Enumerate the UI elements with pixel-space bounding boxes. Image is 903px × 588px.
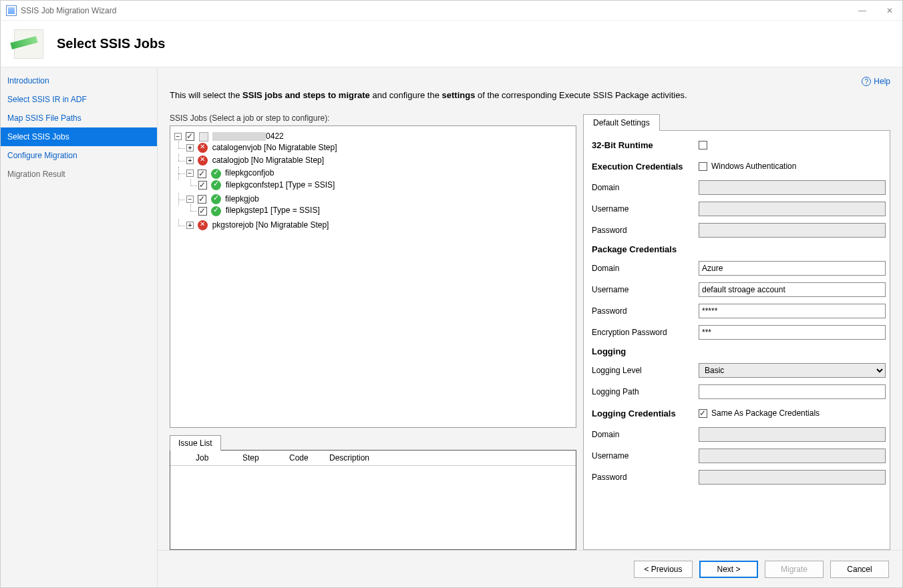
- root-suffix: 0422: [266, 131, 284, 141]
- job-checkbox[interactable]: [198, 170, 206, 178]
- wizard-window: SSIS Job Migration Wizard — ✕ Select SSI…: [0, 0, 903, 588]
- issue-header-row: Job Step Code Description: [170, 451, 576, 466]
- minimize-button[interactable]: —: [854, 5, 870, 17]
- cancel-button[interactable]: Cancel: [830, 561, 889, 578]
- help-link[interactable]: ? Help: [170, 77, 890, 86]
- exec-password-input[interactable]: [699, 223, 886, 238]
- exec-domain-input[interactable]: [699, 180, 886, 195]
- sidebar-item-select-jobs[interactable]: Select SSIS Jobs: [1, 127, 157, 146]
- plus-expander-icon[interactable]: +: [186, 157, 194, 164]
- log-path-label: Logging Path: [592, 387, 699, 396]
- log-level-label: Logging Level: [592, 366, 699, 375]
- wizard-step-icon: [14, 29, 43, 59]
- runtime-checkbox[interactable]: [699, 141, 707, 150]
- settings-column: Default Settings 32-Bit Runtime Executio…: [583, 113, 890, 550]
- server-icon: [199, 132, 208, 141]
- window-title: SSIS Job Migration Wizard: [21, 6, 116, 15]
- help-label: Help: [874, 77, 890, 86]
- logcred-domain-input[interactable]: [699, 427, 886, 442]
- pkg-domain-input[interactable]: [699, 261, 886, 276]
- exec-credentials-header: Execution Credentials: [592, 162, 699, 172]
- logcred-domain-label: Domain: [592, 430, 699, 439]
- logging-header: Logging: [592, 346, 886, 356]
- previous-button[interactable]: < Previous: [634, 561, 693, 578]
- log-path-input[interactable]: [699, 384, 886, 399]
- job-checkbox[interactable]: [198, 195, 206, 204]
- tree-root[interactable]: − 0422 + catalogenvjob [No Migratable: [174, 130, 572, 233]
- windows-auth-checkbox[interactable]: [699, 162, 707, 171]
- jobs-tree[interactable]: − 0422 + catalogenvjob [No Migratable: [170, 125, 576, 428]
- runtime-label: 32-Bit Runtime: [592, 140, 699, 150]
- col-code: Code: [284, 453, 324, 463]
- error-icon: [198, 156, 208, 166]
- pkg-credentials-header: Package Credentials: [592, 244, 886, 254]
- pkg-password-input[interactable]: [699, 304, 886, 318]
- root-checkbox[interactable]: [186, 132, 194, 141]
- col-description: Description: [324, 453, 375, 463]
- col-step: Step: [237, 453, 284, 463]
- ok-icon: [211, 169, 221, 179]
- job-label: pkgstorejob [No Migratable Step]: [212, 220, 329, 230]
- tree-job[interactable]: + pkgstorejob [No Migratable Step]: [186, 219, 572, 232]
- issue-list[interactable]: Job Step Code Description: [170, 450, 576, 550]
- tree-job[interactable]: − filepkgjob: [186, 193, 572, 219]
- plus-expander-icon[interactable]: +: [186, 222, 194, 229]
- tree-step[interactable]: filepkgconfstep1 [Type = SSIS]: [198, 179, 572, 192]
- page-title: Select SSIS Jobs: [57, 36, 165, 51]
- same-as-pkg-checkbox[interactable]: [699, 409, 707, 418]
- help-icon: ?: [862, 77, 871, 86]
- server-name-redacted: [212, 132, 266, 141]
- ok-icon: [211, 206, 221, 216]
- sidebar-item-label: Select SSIS Jobs: [7, 132, 69, 141]
- col-job: Job: [190, 453, 237, 463]
- exec-username-input[interactable]: [699, 202, 886, 216]
- close-button[interactable]: ✕: [882, 5, 897, 17]
- log-level-select[interactable]: Basic: [699, 363, 886, 378]
- tree-step[interactable]: filepkgstep1 [Type = SSIS]: [198, 204, 572, 217]
- minus-expander-icon[interactable]: −: [186, 170, 194, 177]
- minus-expander-icon[interactable]: −: [174, 133, 182, 140]
- ok-icon: [211, 180, 221, 190]
- intro-bold2: settings: [442, 90, 476, 100]
- migrate-button: Migrate: [765, 561, 824, 578]
- exec-domain-label: Domain: [592, 183, 699, 192]
- pkg-username-input[interactable]: [699, 282, 886, 297]
- content-body: Introduction Select SSIS IR in ADF Map S…: [1, 67, 902, 587]
- sidebar-item-select-ir[interactable]: Select SSIS IR in ADF: [1, 90, 157, 109]
- sidebar-item-configure-migration[interactable]: Configure Migration: [1, 146, 157, 165]
- intro-mid: and configure the: [370, 90, 442, 100]
- sidebar-item-label: Select SSIS IR in ADF: [7, 95, 87, 104]
- same-as-pkg-label: Same As Package Credentials: [711, 408, 820, 418]
- tree-job[interactable]: − filepkgconfjob: [186, 167, 572, 193]
- pkg-username-label: Username: [592, 285, 699, 294]
- jobs-column: SSIS Jobs (Select a job or step to confi…: [170, 113, 576, 550]
- ok-icon: [211, 194, 221, 204]
- step-checkbox[interactable]: [198, 207, 207, 216]
- next-button[interactable]: Next >: [699, 561, 758, 578]
- logcred-password-label: Password: [592, 473, 699, 482]
- sidebar-item-label: Migration Result: [7, 170, 65, 179]
- sidebar-item-migration-result: Migration Result: [1, 165, 157, 184]
- sidebar-item-map-paths[interactable]: Map SSIS File Paths: [1, 109, 157, 127]
- tree-job[interactable]: + catalogenvjob [No Migratable Step]: [186, 141, 572, 154]
- issue-list-tab[interactable]: Issue List: [170, 435, 221, 451]
- sidebar-item-introduction[interactable]: Introduction: [1, 71, 157, 90]
- job-label: filepkgconfjob: [225, 168, 274, 178]
- logcred-username-label: Username: [592, 451, 699, 461]
- logcred-username-input[interactable]: [699, 449, 886, 463]
- enc-password-input[interactable]: [699, 325, 886, 340]
- tree-job[interactable]: + catalogjob [No Migratable Step]: [186, 154, 572, 167]
- app-icon: [6, 5, 17, 16]
- jobs-heading: SSIS Jobs (Select a job or step to confi…: [170, 113, 576, 123]
- step-checkbox[interactable]: [198, 181, 207, 190]
- page-header: Select SSIS Jobs: [1, 21, 902, 67]
- titlebar: SSIS Job Migration Wizard — ✕: [1, 1, 902, 21]
- intro-prefix: This will select the: [170, 90, 242, 100]
- main-panel: ? Help This will select the SSIS jobs an…: [158, 67, 902, 587]
- logcred-password-input[interactable]: [699, 470, 886, 485]
- plus-expander-icon[interactable]: +: [186, 144, 194, 152]
- minus-expander-icon[interactable]: −: [186, 196, 194, 203]
- intro-suffix: of the corresponding Execute SSIS Packag…: [475, 90, 687, 100]
- default-settings-tab[interactable]: Default Settings: [583, 114, 660, 131]
- enc-password-label: Encryption Password: [592, 328, 699, 337]
